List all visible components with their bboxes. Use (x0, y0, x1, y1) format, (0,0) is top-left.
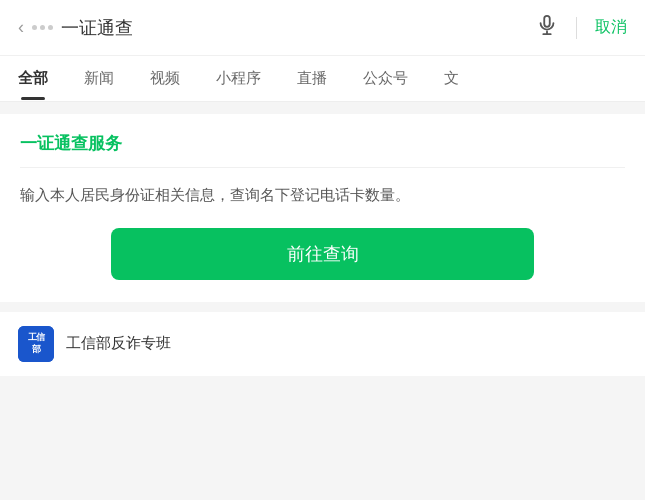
service-card-title: 一证通查服务 (20, 132, 625, 155)
top-bar: ‹ 一证通查 取消 (0, 0, 645, 56)
query-button[interactable]: 前往查询 (111, 228, 535, 280)
back-icon[interactable]: ‹ (18, 17, 24, 38)
tab-video[interactable]: 视频 (132, 57, 198, 100)
bottom-item-label: 工信部反诈专班 (66, 334, 171, 353)
tab-article[interactable]: 文 (426, 57, 477, 100)
tab-news[interactable]: 新闻 (66, 57, 132, 100)
tab-live[interactable]: 直播 (279, 57, 345, 100)
svg-text:部: 部 (32, 343, 41, 354)
svg-text:工信: 工信 (28, 332, 47, 342)
loading-indicator (32, 25, 53, 30)
top-bar-right: 取消 (536, 14, 627, 42)
service-card-description: 输入本人居民身份证相关信息，查询名下登记电话卡数量。 (20, 182, 625, 208)
card-divider (20, 167, 625, 168)
tab-miniprogram[interactable]: 小程序 (198, 57, 279, 100)
vertical-divider (576, 17, 577, 39)
dot-2 (40, 25, 45, 30)
main-content: 一证通查服务 输入本人居民身份证相关信息，查询名下登记电话卡数量。 前往查询 工… (0, 102, 645, 500)
service-card: 一证通查服务 输入本人居民身份证相关信息，查询名下登记电话卡数量。 前往查询 (0, 114, 645, 302)
tab-all[interactable]: 全部 (0, 57, 66, 100)
tab-official-account[interactable]: 公众号 (345, 57, 426, 100)
top-bar-left: ‹ 一证通查 (18, 16, 133, 40)
bottom-item-icon: 工信 部 (18, 326, 54, 362)
microphone-icon[interactable] (536, 14, 558, 42)
tab-bar: 全部 新闻 视频 小程序 直播 公众号 文 (0, 56, 645, 102)
svg-rect-0 (544, 15, 550, 26)
cancel-button[interactable]: 取消 (595, 17, 627, 38)
dot-3 (48, 25, 53, 30)
page-title: 一证通查 (61, 16, 133, 40)
bottom-list-item[interactable]: 工信 部 工信部反诈专班 (0, 312, 645, 376)
dot-1 (32, 25, 37, 30)
